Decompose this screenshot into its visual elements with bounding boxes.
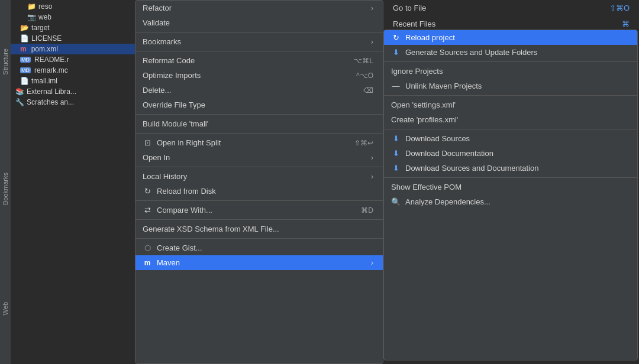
- show-effective-pom-label: Show Effective POM: [391, 183, 628, 191]
- separator-5: [135, 167, 383, 167]
- reformat-shortcut: ⌥⌘L: [354, 57, 373, 65]
- delete-shortcut: ⌫: [363, 86, 373, 95]
- tree-item-license[interactable]: 📄 LICENSE: [11, 33, 136, 44]
- unlink-maven-label: Unlink Maven Projects: [405, 82, 628, 90]
- md-icon: MD: [20, 67, 31, 73]
- maven-arrow: ›: [371, 258, 373, 267]
- library-icon: 📚: [15, 87, 24, 96]
- sidebar-label-web[interactable]: Web: [2, 297, 9, 320]
- menu-item-generate-xsd[interactable]: Generate XSD Schema from XML File...: [135, 222, 383, 236]
- menu-item-optimize[interactable]: Optimize Imports ^⌥O: [135, 68, 383, 83]
- tree-item-scratches[interactable]: 🔧 Scratches an...: [11, 97, 136, 108]
- open-in-arrow: ›: [371, 153, 373, 162]
- delete-label: Delete...: [143, 86, 351, 95]
- local-history-arrow: ›: [371, 172, 373, 181]
- menu-item-bookmarks[interactable]: Bookmarks ›: [135, 34, 383, 49]
- compare-with-icon: ⇄: [143, 206, 152, 214]
- separator-1: [135, 32, 383, 32]
- generate-sources-label: Generate Sources and Update Folders: [405, 48, 628, 57]
- menu-item-reload-disk[interactable]: ↻ Reload from Disk: [135, 184, 383, 199]
- create-profiles-xml-label: Create 'profiles.xml': [391, 115, 628, 124]
- menu-item-download-sources-docs[interactable]: ⬇ Download Sources and Documentation: [384, 161, 637, 176]
- analyze-deps-icon: 🔍: [391, 197, 401, 206]
- context-menu-right: ↻ Reload project ⬇ Generate Sources and …: [383, 30, 638, 360]
- menu-item-validate[interactable]: Validate: [135, 15, 383, 30]
- separator-r2: [384, 95, 637, 96]
- separator-r1: [384, 61, 637, 62]
- local-history-label: Local History: [143, 172, 366, 181]
- tree-item-pom[interactable]: m pom.xml: [11, 44, 136, 54]
- download-docs-icon: ⬇: [391, 149, 401, 158]
- validate-label: Validate: [143, 18, 373, 27]
- refactor-label: Refactor: [143, 4, 366, 12]
- separator-7: [135, 219, 383, 220]
- menu-item-ignore-projects[interactable]: Ignore Projects: [384, 64, 637, 79]
- maven-label: Maven: [157, 258, 366, 267]
- menu-item-create-profiles-xml[interactable]: Create 'profiles.xml': [384, 112, 637, 127]
- file-icon: 📄: [20, 77, 29, 85]
- menu-item-download-sources[interactable]: ⬇ Download Sources: [384, 131, 637, 146]
- download-sources-label: Download Sources: [405, 134, 628, 143]
- menu-item-override-file-type[interactable]: Override File Type: [135, 98, 383, 112]
- folder-icon: 📷: [27, 13, 36, 21]
- menu-item-build-module[interactable]: Build Module 'tmall': [135, 116, 383, 131]
- menu-item-reformat[interactable]: Reformat Code ⌥⌘L: [135, 53, 383, 68]
- menu-item-open-in[interactable]: Open In ›: [135, 150, 383, 165]
- create-gist-icon: ⬡: [143, 243, 152, 252]
- separator-2: [135, 51, 383, 51]
- menu-item-reload-project[interactable]: ↻ Reload project: [384, 30, 637, 45]
- compare-with-shortcut: ⌘D: [361, 206, 373, 214]
- menu-item-refactor[interactable]: Refactor ›: [135, 1, 383, 15]
- folder-icon: 📁: [27, 2, 36, 11]
- menu-item-maven[interactable]: m Maven ›: [135, 255, 383, 270]
- menu-item-show-effective-pom[interactable]: Show Effective POM: [384, 180, 637, 194]
- tree-item-reso[interactable]: 📁 reso: [11, 1, 136, 12]
- separator-r4: [384, 177, 637, 178]
- scratches-icon: 🔧: [15, 98, 24, 106]
- download-docs-label: Download Documentation: [405, 149, 628, 158]
- sidebar-label-bookmarks[interactable]: Bookmarks: [2, 168, 9, 210]
- menu-item-download-docs[interactable]: ⬇ Download Documentation: [384, 146, 637, 161]
- menu-item-generate-sources[interactable]: ⬇ Generate Sources and Update Folders: [384, 45, 637, 60]
- menu-item-open-settings-xml[interactable]: Open 'settings.xml': [384, 98, 637, 112]
- file-tree: 📁 reso 📷 web 📂 target 📄 LICENSE m pom.xm…: [11, 0, 136, 364]
- tree-item-remark[interactable]: MD remark.mc: [11, 65, 136, 76]
- menu-item-delete[interactable]: Delete... ⌫: [135, 83, 383, 98]
- separator-r3: [384, 129, 637, 129]
- menu-item-analyze-dependencies[interactable]: 🔍 Analyze Dependencies...: [384, 194, 637, 209]
- menu-item-unlink-maven[interactable]: — Unlink Maven Projects: [384, 79, 637, 93]
- separator-4: [135, 133, 383, 134]
- separator-8: [135, 238, 383, 239]
- open-right-split-icon: ⊡: [143, 138, 152, 147]
- override-file-type-label: Override File Type: [143, 100, 373, 109]
- generate-sources-icon: ⬇: [391, 48, 401, 57]
- go-to-file-label: Go to File: [393, 4, 426, 12]
- sidebar-label-structure[interactable]: Structure: [2, 44, 9, 80]
- tree-item-web[interactable]: 📷 web: [11, 12, 136, 22]
- create-gist-label: Create Gist...: [157, 243, 373, 252]
- download-sources-icon: ⬇: [391, 134, 401, 143]
- tree-item-external-libs[interactable]: 📚 External Libra...: [11, 86, 136, 97]
- reload-disk-label: Reload from Disk: [157, 187, 373, 196]
- folder-icon: 📂: [20, 24, 29, 32]
- separator-6: [135, 200, 383, 201]
- reload-project-label: Reload project: [405, 33, 628, 42]
- go-to-file-item[interactable]: Go to File ⇧⌘O: [383, 0, 639, 16]
- menu-item-create-gist[interactable]: ⬡ Create Gist...: [135, 240, 383, 255]
- context-menu-left: Refactor › Validate Bookmarks › Reformat…: [135, 0, 383, 364]
- recent-files-label: Recent Files: [393, 20, 435, 28]
- go-to-file-shortcut: ⇧⌘O: [609, 4, 630, 12]
- separator-3: [135, 114, 383, 115]
- reload-disk-icon: ↻: [143, 187, 152, 196]
- refactor-arrow: ›: [371, 4, 373, 12]
- optimize-shortcut: ^⌥O: [356, 72, 373, 80]
- menu-item-compare-with[interactable]: ⇄ Compare With... ⌘D: [135, 203, 383, 217]
- menu-item-local-history[interactable]: Local History ›: [135, 169, 383, 184]
- menu-item-open-right-split[interactable]: ⊡ Open in Right Split ⇧⌘↩: [135, 135, 383, 150]
- unlink-maven-icon: —: [391, 82, 401, 90]
- tree-item-tmall-iml[interactable]: 📄 tmall.iml: [11, 76, 136, 86]
- open-settings-xml-label: Open 'settings.xml': [391, 100, 628, 109]
- tree-item-target[interactable]: 📂 target: [11, 22, 136, 33]
- reload-project-icon: ↻: [391, 33, 401, 42]
- tree-item-readme[interactable]: MD README.r: [11, 54, 136, 65]
